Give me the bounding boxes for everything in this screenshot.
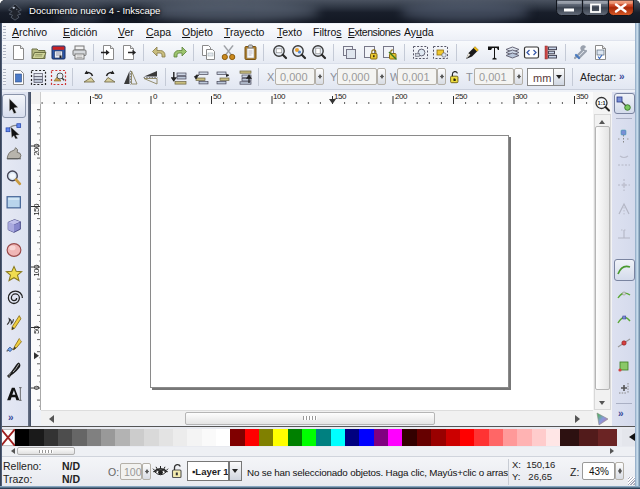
svg-text:1:1: 1:1 [598, 100, 606, 106]
